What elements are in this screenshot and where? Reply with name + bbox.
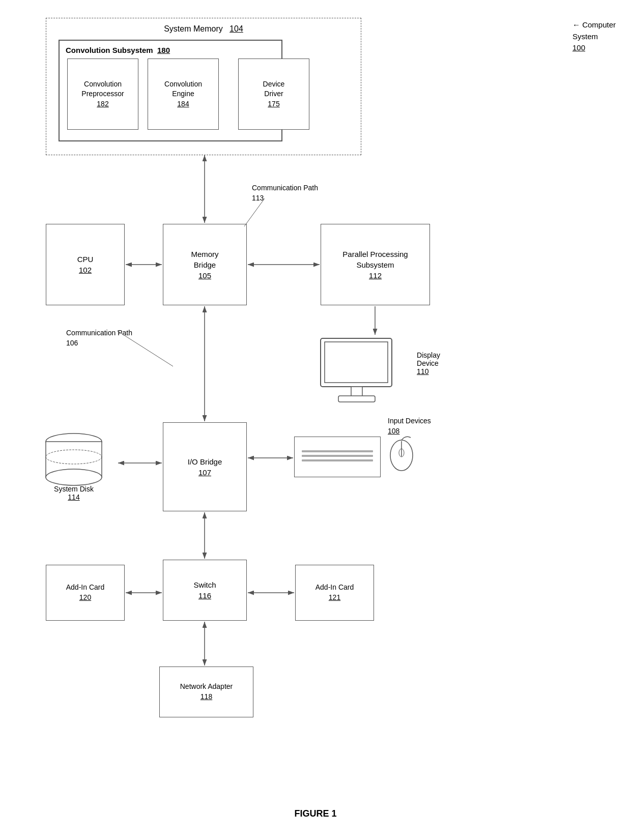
convolution-engine-box: ConvolutionEngine 184	[148, 59, 219, 130]
network-adapter-box: Network Adapter 118	[159, 667, 253, 717]
io-bridge-label: I/O Bridge	[188, 456, 222, 467]
network-adapter-label: Network Adapter	[180, 682, 233, 692]
parallel-processing-number: 112	[369, 270, 382, 281]
convolution-preprocessor-label: ConvolutionPreprocessor	[81, 79, 124, 99]
memory-bridge-number: 105	[198, 270, 211, 281]
convolution-engine-label: ConvolutionEngine	[164, 79, 202, 99]
add-in-card-121-label: Add-In Card	[316, 583, 354, 593]
diagram-container: ← ComputerSystem100 System Memory 104 Co…	[0, 0, 631, 824]
system-disk-label: System Disk114	[36, 485, 112, 501]
parallel-processing-box: Parallel ProcessingSubsystem 112	[321, 224, 430, 305]
add-in-card-120-number: 120	[79, 593, 91, 603]
device-driver-number: 175	[268, 99, 279, 109]
switch-number: 116	[198, 590, 211, 601]
display-device-label: DisplayDevice110	[417, 351, 440, 375]
device-driver-label: DeviceDriver	[263, 79, 285, 99]
io-bridge-box: I/O Bridge 107	[163, 422, 247, 511]
convolution-engine-number: 184	[177, 99, 189, 109]
comm-path-106-label: Communication Path106	[66, 328, 132, 348]
mouse-svg	[388, 435, 416, 473]
memory-bridge-box: MemoryBridge 105	[163, 224, 247, 305]
add-in-card-121-box: Add-In Card 121	[295, 565, 374, 621]
device-driver-box: DeviceDriver 175	[238, 59, 309, 130]
add-in-card-120-label: Add-In Card	[66, 583, 104, 593]
io-bridge-number: 107	[198, 467, 211, 478]
network-adapter-number: 118	[200, 692, 212, 702]
svg-rect-2	[351, 387, 362, 397]
switch-label: Switch	[193, 580, 216, 590]
cpu-label: CPU	[77, 254, 94, 265]
add-in-card-121-number: 121	[329, 593, 340, 603]
convolution-subsystem-label: Convolution Subsystem	[66, 46, 153, 54]
cpu-number: 102	[79, 265, 92, 275]
input-devices-label: Input Devices108	[388, 416, 431, 436]
display-device-area: DisplayDevice110	[316, 336, 402, 410]
convolution-preprocessor-number: 182	[97, 99, 108, 109]
parallel-processing-label: Parallel ProcessingSubsystem	[342, 249, 408, 270]
display-device-icon	[316, 336, 402, 410]
svg-rect-0	[321, 338, 392, 387]
system-memory-label: System Memory	[164, 24, 223, 33]
comm-path-113-label: Communication Path113	[252, 183, 318, 203]
system-disk-area: System Disk114	[36, 427, 122, 501]
add-in-card-120-box: Add-In Card 120	[46, 565, 125, 621]
system-memory-number: 104	[230, 24, 243, 33]
switch-box: Switch 116	[163, 560, 247, 621]
computer-system-label: ← ComputerSystem100	[572, 19, 616, 54]
cpu-box: CPU 102	[46, 224, 125, 305]
convolution-subsystem-number: 180	[157, 46, 170, 54]
figure-label: FIGURE 1	[0, 808, 631, 819]
svg-rect-3	[338, 396, 375, 402]
memory-bridge-label: MemoryBridge	[191, 249, 218, 270]
convolution-preprocessor-box: ConvolutionPreprocessor 182	[67, 59, 138, 130]
input-devices-keyboard-box	[294, 437, 381, 477]
mouse-icon	[388, 435, 416, 475]
svg-point-6	[46, 469, 102, 485]
